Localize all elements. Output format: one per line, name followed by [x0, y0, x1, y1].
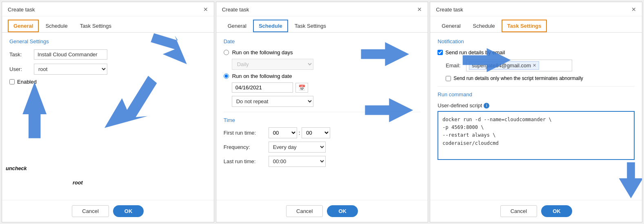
tabs-3: General Schedule Task Settings [430, 16, 642, 33]
dialog-2-title: Create task [222, 7, 249, 13]
email-input-container: supergate84@gmail.com ✕ [466, 60, 572, 71]
close-button-1[interactable]: ✕ [203, 6, 208, 13]
tab-tasksettings-2[interactable]: Task Settings [289, 20, 332, 32]
dialog-2-header: Create task ✕ [216, 2, 428, 16]
tab-general-2[interactable]: General [222, 20, 252, 32]
tabs-1: General Schedule Task Settings [2, 16, 214, 33]
tab-schedule-3[interactable]: Schedule [467, 20, 501, 32]
date-input-row: 📅 [232, 82, 421, 93]
enabled-label: Enabled [17, 79, 37, 85]
date-input[interactable] [232, 82, 293, 93]
tab-general-3[interactable]: General [436, 20, 466, 32]
radio-following-days-label: Run on the following days [232, 49, 293, 55]
cancel-button-1[interactable]: Cancel [72, 205, 109, 217]
radio-following-date[interactable] [224, 73, 229, 79]
last-run-select[interactable]: 00:00 [269, 156, 326, 167]
last-run-row: Last run time: 00:00 [224, 156, 421, 167]
close-button-2[interactable]: ✕ [417, 6, 422, 13]
dialog-3-header: Create task ✕ [430, 2, 642, 16]
dialog-3-title: Create task [436, 7, 463, 13]
frequency-row: Frequency: Every day [224, 142, 421, 153]
tabs-2: General Schedule Task Settings [216, 16, 428, 33]
first-run-min[interactable]: 00 [302, 127, 330, 138]
tab-schedule-2[interactable]: Schedule [253, 20, 288, 32]
send-abnormal-label: Send run details only when the script te… [453, 75, 583, 81]
radio-following-days-row: Run on the following days [224, 49, 421, 55]
send-abnormal-checkbox[interactable] [446, 76, 451, 81]
tab-tasksettings-1[interactable]: Task Settings [74, 20, 117, 32]
dialog-panel-1: uncheck root Create task ✕ General Sched… [2, 2, 214, 222]
date-section-title: Date [224, 38, 421, 44]
dialog-1-header: Create task ✕ [2, 2, 214, 16]
user-select[interactable]: root [34, 64, 107, 75]
task-label: Task: [9, 51, 34, 58]
user-row: User: root [9, 64, 207, 75]
ok-button-1[interactable]: OK [113, 205, 144, 217]
email-tag-value: supergate84@gmail.com [472, 62, 531, 69]
user-defined-label: User-defined script [437, 102, 482, 109]
email-tag: supergate84@gmail.com ✕ [469, 61, 539, 70]
radio-following-date-row: Run on the following date [224, 73, 421, 79]
dialog-3-footer: Cancel OK [430, 200, 642, 222]
script-content-area[interactable]: docker run -d --name=cloudcommander \ -p… [437, 111, 635, 160]
tab-tasksettings-3[interactable]: Task Settings [502, 20, 547, 32]
tab-schedule-1[interactable]: Schedule [40, 20, 73, 32]
dialog-1-title: Create task [8, 7, 35, 13]
first-run-label: First run time: [224, 130, 269, 136]
dialog-2-body: Date Run on the following days Daily Run… [216, 33, 428, 200]
cancel-button-3[interactable]: Cancel [500, 205, 537, 217]
radio-following-date-label: Run on the following date [232, 73, 292, 79]
ok-button-3[interactable]: OK [541, 205, 572, 217]
enabled-checkbox[interactable] [9, 79, 15, 84]
daily-select: Daily [232, 59, 313, 70]
task-input[interactable] [34, 49, 107, 60]
dialog-1-body: General Settings Task: User: root Enable… [2, 33, 214, 200]
repeat-select[interactable]: Do not repeat [232, 96, 313, 107]
email-row: Email: supergate84@gmail.com ✕ [446, 60, 635, 71]
general-settings-title: General Settings [9, 38, 207, 44]
send-email-label: Send run details by email [445, 49, 505, 55]
radio-following-days[interactable] [224, 50, 229, 55]
frequency-label: Frequency: [224, 144, 269, 150]
send-email-row: Send run details by email [437, 49, 635, 55]
run-command-title: Run command [437, 91, 635, 98]
close-button-3[interactable]: ✕ [631, 6, 636, 13]
tab-general-1[interactable]: General [8, 20, 39, 32]
dialog-1-footer: Cancel OK [2, 200, 214, 222]
calendar-icon[interactable]: 📅 [295, 83, 308, 93]
user-label: User: [9, 66, 34, 72]
send-email-checkbox[interactable] [437, 50, 443, 55]
email-label: Email: [446, 62, 466, 69]
task-row: Task: [9, 49, 207, 60]
dialog-panel-2: Create task ✕ General Schedule Task Sett… [216, 2, 429, 222]
send-abnormal-row: Send run details only when the script te… [446, 75, 635, 81]
enabled-row: Enabled [9, 79, 207, 85]
time-section-title: Time [224, 117, 421, 123]
first-run-row: First run time: 00 : 00 [224, 127, 421, 138]
info-icon[interactable]: i [484, 103, 489, 109]
dialog-panel-3: Create task ✕ General Schedule Task Sett… [430, 2, 642, 222]
cancel-button-2[interactable]: Cancel [286, 205, 323, 217]
ok-button-2[interactable]: OK [327, 205, 358, 217]
dialog-2-footer: Cancel OK [216, 200, 428, 222]
notification-title: Notification [437, 38, 635, 44]
last-run-label: Last run time: [224, 158, 269, 164]
email-tag-close-icon[interactable]: ✕ [533, 63, 536, 68]
dialog-3-body: Notification Send run details by email E… [430, 33, 642, 200]
first-run-hour[interactable]: 00 [269, 127, 297, 138]
frequency-select[interactable]: Every day [269, 142, 326, 153]
